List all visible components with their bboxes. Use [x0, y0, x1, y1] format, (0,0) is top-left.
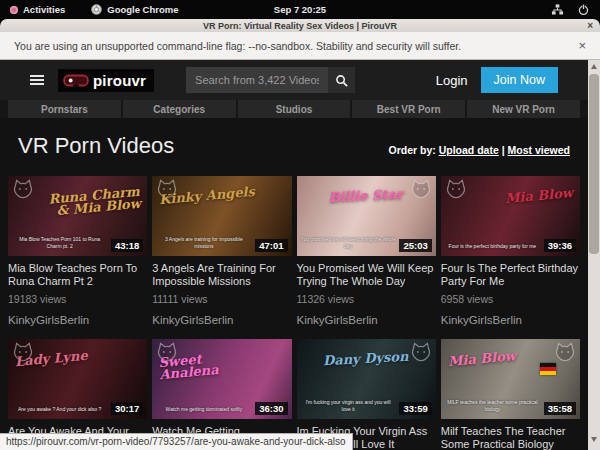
browser-titlebar: VR Porn: Virtual Reality Sex Videos | Pi…: [0, 19, 600, 32]
video-card: Kinky Angels 3 Angels are training for i…: [152, 176, 291, 326]
vr-goggles-icon: [63, 74, 89, 87]
browser-viewport: pirouvr Login Join Now Pornstars Categor…: [0, 60, 600, 450]
video-title-link[interactable]: 3 Angels Are Training For Impossible Mis…: [152, 262, 291, 288]
video-thumbnail[interactable]: Dany Dyson I'm fucking your virgin ass a…: [297, 339, 436, 419]
duration-badge: 39:36: [544, 239, 576, 252]
thumbnail-overlay-text: Dany Dyson: [317, 350, 415, 367]
order-by: Order by: Upload date | Most viewed: [388, 144, 570, 159]
thumbnail-overlay-text: Lady Lyne: [15, 350, 88, 369]
window-title: VR Porn: Virtual Reality Sex Videos | Pi…: [203, 21, 397, 31]
site-logo[interactable]: pirouvr: [58, 69, 154, 92]
video-thumbnail[interactable]: Mia Blow MILF teaches the teacher some p…: [441, 339, 580, 419]
video-card: Mia Blow MILF teaches the teacher some p…: [441, 339, 580, 450]
video-views: 19183 views: [8, 293, 147, 305]
login-link[interactable]: Login: [436, 73, 468, 88]
thumbnail-caption: Are you awake ? And your dick also ?: [12, 406, 107, 413]
studio-cat-logo-icon: [554, 342, 576, 362]
scrollbar[interactable]: [588, 60, 600, 450]
video-thumbnail[interactable]: Sweet Analena Watch me getting dominated…: [152, 339, 291, 419]
video-card: Mia Blow Four is the perfect birthday pa…: [441, 176, 580, 326]
hamburger-menu-icon[interactable]: [30, 73, 44, 87]
thumbnail-caption: 3 Angels are training for impossible mis…: [156, 236, 251, 249]
thumbnail-caption: MILF teaches the teacher some practical …: [445, 399, 540, 412]
video-card: Runa Charm & Mia Blow Mia Blow Teaches P…: [8, 176, 147, 326]
order-by-label: Order by:: [388, 144, 435, 156]
window-close-button[interactable]: ×: [587, 19, 593, 32]
nav-item-new-vr-porn[interactable]: New VR Porn: [467, 100, 580, 118]
video-title-link[interactable]: Four Is The Perfect Birthday Party For M…: [441, 262, 580, 288]
chrome-infobar: You are using an unsupported command-lin…: [0, 32, 600, 60]
infobar-message: You are using an unsupported command-lin…: [14, 40, 461, 52]
site-header: pirouvr Login Join Now: [0, 60, 588, 100]
duration-badge: 30:17: [111, 402, 143, 415]
video-views: 11111 views: [152, 293, 291, 305]
nav-item-categories[interactable]: Categories: [123, 100, 236, 118]
site-logo-text: pirouvr: [93, 72, 146, 89]
video-card: Billie Star You promised we will keep tr…: [297, 176, 436, 326]
nav-item-studios[interactable]: Studios: [238, 100, 351, 118]
studio-cat-logo-icon: [12, 179, 34, 199]
studio-cat-logo-icon: [445, 179, 467, 199]
video-thumbnail[interactable]: Billie Star You promised we will keep tr…: [297, 176, 436, 256]
main-nav: Pornstars Categories Studios Best VR Por…: [0, 100, 588, 118]
nav-item-pornstars[interactable]: Pornstars: [8, 100, 121, 118]
thumbnail-overlay-text: Sweet Analena: [158, 349, 257, 382]
duration-badge: 33:59: [399, 402, 431, 415]
video-views: 11326 views: [297, 293, 436, 305]
studio-link[interactable]: KinkyGirlsBerlin: [152, 314, 291, 326]
studio-link[interactable]: KinkyGirlsBerlin: [297, 314, 436, 326]
video-thumbnail[interactable]: Lady Lyne Are you awake ? And your dick …: [8, 339, 147, 419]
search-input[interactable]: [186, 67, 328, 93]
thumbnail-overlay-text: Mia Blow: [505, 187, 574, 205]
thumbnail-overlay-text: Runa Charm & Mia Blow: [42, 186, 141, 219]
duration-badge: 43:18: [111, 239, 143, 252]
power-icon[interactable]: [577, 3, 590, 16]
thumbnail-overlay-text: Mia Blow: [447, 350, 516, 368]
german-flag-icon: [540, 363, 556, 375]
video-thumbnail[interactable]: Kinky Angels 3 Angels are training for i…: [152, 176, 291, 256]
search-icon: [335, 74, 348, 87]
duration-badge: 47:01: [255, 239, 287, 252]
status-url-tooltip: https://pirouvr.com/vr-porn-video/779325…: [0, 433, 353, 450]
thumbnail-caption: Mia Blow Teaches Porn 101 to Runa Charm …: [12, 236, 107, 249]
infobar-close-button[interactable]: ×: [578, 38, 586, 53]
studio-link[interactable]: KinkyGirlsBerlin: [441, 314, 580, 326]
video-title-link[interactable]: Mia Blow Teaches Porn To Runa Charm Pt 2: [8, 262, 147, 288]
thumbnail-caption: I'm fucking your virgin ass and you will…: [301, 399, 396, 412]
thumbnail-caption: Watch me getting dominated softly: [156, 406, 251, 413]
thumbnail-caption: Four is the perfect birthday party for m…: [445, 243, 540, 250]
video-thumbnail[interactable]: Mia Blow Four is the perfect birthday pa…: [441, 176, 580, 256]
studio-link[interactable]: KinkyGirlsBerlin: [8, 314, 147, 326]
gnome-taskbar: Activities Google Chrome Sep 7 20:25: [0, 0, 600, 19]
scrollbar-down-arrow[interactable]: [591, 437, 597, 442]
thumbnail-overlay-text: Billie Star: [317, 187, 415, 204]
video-title-link[interactable]: Milf Teaches The Teacher Some Practical …: [441, 425, 580, 450]
duration-badge: 35:58: [544, 402, 576, 415]
network-icon[interactable]: [551, 3, 564, 16]
scrollbar-up-arrow[interactable]: [591, 64, 597, 69]
thumbnail-caption: You promised we will keep trying the who…: [301, 236, 396, 249]
nav-item-best-vr-porn[interactable]: Best VR Porn: [352, 100, 465, 118]
clock[interactable]: Sep 7 20:25: [0, 4, 600, 15]
page-title: VR Porn Videos: [18, 133, 174, 159]
video-views: 6958 views: [441, 293, 580, 305]
video-title-link[interactable]: You Promised We Will Keep Trying The Who…: [297, 262, 436, 288]
scrollbar-thumb[interactable]: [589, 74, 599, 254]
duration-badge: 25:03: [399, 239, 431, 252]
video-grid: Runa Charm & Mia Blow Mia Blow Teaches P…: [0, 172, 588, 450]
video-thumbnail[interactable]: Runa Charm & Mia Blow Mia Blow Teaches P…: [8, 176, 147, 256]
order-by-most-viewed-link[interactable]: Most viewed: [508, 144, 570, 156]
order-separator: |: [502, 144, 505, 156]
join-now-button[interactable]: Join Now: [481, 67, 558, 93]
duration-badge: 36:30: [255, 402, 287, 415]
order-by-upload-date-link[interactable]: Upload date: [439, 144, 499, 156]
search-button[interactable]: [328, 67, 355, 93]
